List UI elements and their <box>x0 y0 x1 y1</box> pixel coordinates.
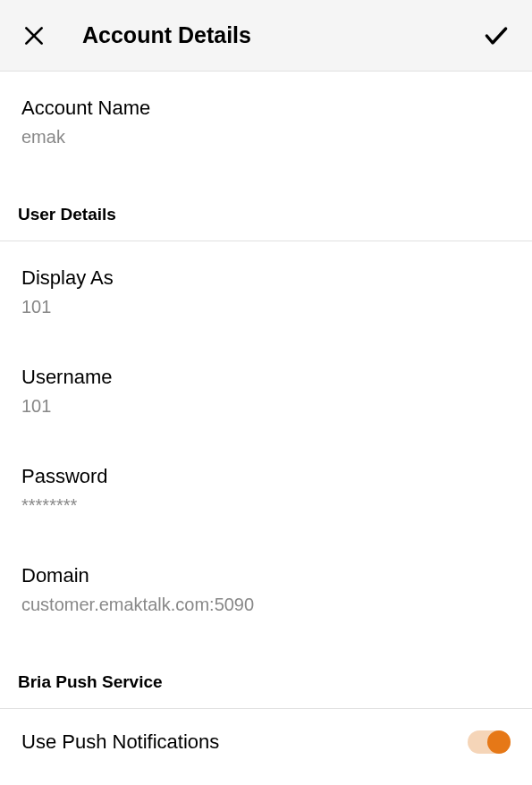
password-label: Password <box>21 465 511 488</box>
display-as-field[interactable]: Display As 101 <box>0 241 532 341</box>
username-value: 101 <box>21 396 511 417</box>
spacer <box>0 638 532 656</box>
header-left: Account Details <box>21 22 251 48</box>
domain-field[interactable]: Domain customer.emaktalk.com:5090 <box>0 539 532 638</box>
content: Account Name emak User Details Display A… <box>0 72 532 775</box>
account-name-field[interactable]: Account Name emak <box>0 72 532 171</box>
password-value: ******** <box>21 495 511 516</box>
domain-value: customer.emaktalk.com:5090 <box>21 595 511 615</box>
username-label: Username <box>21 366 511 389</box>
check-icon[interactable] <box>482 21 511 50</box>
display-as-label: Display As <box>21 266 511 290</box>
push-notifications-row: Use Push Notifications <box>0 709 532 775</box>
username-field[interactable]: Username 101 <box>0 341 532 440</box>
bria-push-section-header: Bria Push Service <box>0 656 532 709</box>
account-name-value: emak <box>21 127 511 148</box>
page-title: Account Details <box>82 22 251 48</box>
user-details-section-header: User Details <box>0 189 532 241</box>
password-field[interactable]: Password ******** <box>0 440 532 539</box>
push-notifications-toggle[interactable] <box>468 730 511 754</box>
header: Account Details <box>0 0 532 72</box>
spacer <box>0 171 532 189</box>
account-name-label: Account Name <box>21 97 511 120</box>
push-notifications-label: Use Push Notifications <box>21 730 219 754</box>
close-icon[interactable] <box>21 23 46 48</box>
display-as-value: 101 <box>21 297 511 317</box>
domain-label: Domain <box>21 564 511 587</box>
toggle-knob <box>487 730 511 754</box>
